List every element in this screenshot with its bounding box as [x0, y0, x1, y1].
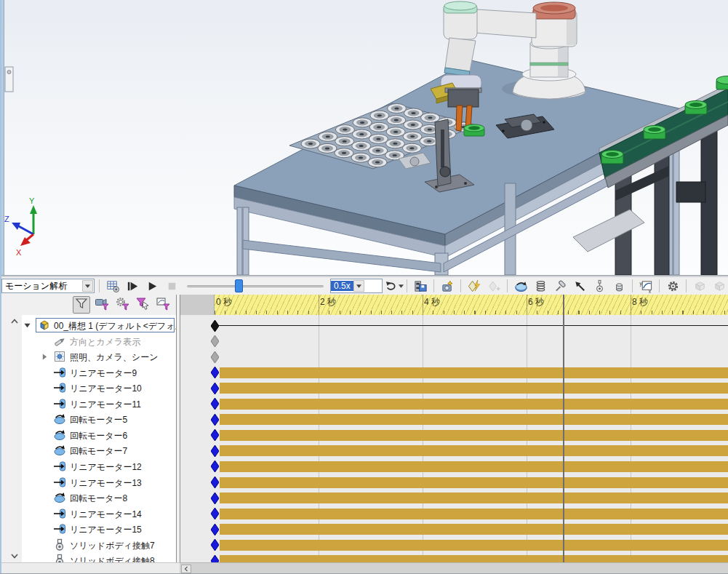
spring-button[interactable] — [532, 278, 549, 294]
contact-tool-icon — [612, 279, 626, 293]
expand-arrow-icon[interactable] — [41, 354, 48, 360]
contact-button[interactable] — [610, 278, 628, 294]
current-time-bar[interactable] — [563, 295, 564, 562]
motor-button[interactable] — [512, 278, 529, 294]
tree-item[interactable]: リニアモーター15 — [0, 522, 176, 537]
tree-item[interactable]: 00_構想 1 (デフォルト<デフォルト_表示 — [0, 318, 176, 333]
force-button[interactable] — [571, 278, 588, 294]
chevron-down-icon[interactable] — [82, 280, 93, 292]
key-diamond-blue[interactable] — [211, 508, 219, 519]
key-diamond-gray[interactable] — [211, 335, 219, 347]
play-button[interactable] — [143, 278, 161, 294]
key-diamond-blue[interactable] — [211, 461, 219, 472]
key-diamond-blue[interactable] — [211, 555, 219, 562]
filter-driving-button[interactable] — [113, 296, 131, 314]
key-diamond-blue[interactable] — [211, 398, 219, 410]
tree-item[interactable]: リニアモーター12 — [0, 459, 176, 474]
auto-key-button[interactable] — [465, 278, 483, 294]
timeline-change-bar[interactable] — [220, 383, 728, 394]
speed-combo[interactable]: 0.5x — [330, 279, 383, 293]
linear-motor-icon — [53, 522, 66, 535]
timeline-change-bar[interactable] — [220, 555, 728, 562]
timeline-change-bar[interactable] — [220, 367, 728, 378]
tree-item[interactable]: 回転モーター5 — [0, 412, 176, 427]
tree-item[interactable]: ソリッドボディ接触8 — [0, 553, 176, 562]
motion-manager-panel: 00_構想 1 (デフォルト<デフォルト_表示方向とカメラ表示照明、カメラ、シー… — [0, 295, 728, 574]
timeline-change-bar[interactable] — [220, 477, 728, 488]
key-diamond-blue[interactable] — [211, 367, 219, 378]
key-diamond-gray[interactable] — [211, 351, 219, 363]
tree-item[interactable]: 回転モーター7 — [0, 443, 176, 458]
scroll-left-button[interactable] — [181, 565, 191, 573]
timeline-body[interactable] — [180, 315, 728, 562]
results-and-plots-button[interactable]: yx — [637, 278, 655, 294]
toolbar-separator — [407, 279, 407, 292]
damper-button[interactable] — [551, 278, 569, 294]
ruler-time-label: 2 秒 — [320, 296, 336, 308]
calculate-button[interactable] — [104, 278, 121, 294]
timeline-ruler[interactable]: 0 秒2 秒4 秒6 秒8 秒 — [180, 295, 728, 315]
key-diamond-blue[interactable] — [211, 383, 219, 394]
results-filter-icon — [156, 296, 170, 314]
tree-item-label: リニアモーター12 — [70, 461, 142, 474]
filter-no-filter-button[interactable] — [73, 296, 90, 314]
tree-item-label: リニアモーター15 — [70, 524, 142, 536]
timeline-change-bar[interactable] — [220, 540, 728, 551]
gravity-button[interactable] — [591, 278, 608, 294]
animation-wizard-button[interactable] — [439, 278, 456, 294]
save-animation-button[interactable] — [412, 278, 429, 294]
tree-scroll-up-icon[interactable] — [9, 319, 20, 326]
filter-results-button[interactable] — [154, 296, 172, 314]
tree-item[interactable]: リニアモーター9 — [0, 365, 176, 380]
timeline-change-bar[interactable] — [220, 445, 728, 456]
tree-item[interactable]: リニアモーター14 — [0, 506, 176, 522]
tree-item[interactable]: リニアモーター11 — [0, 396, 176, 412]
timeline-change-bar[interactable] — [220, 524, 728, 535]
tree-item[interactable]: 回転モーター6 — [0, 428, 176, 443]
timeline-change-bar[interactable] — [220, 461, 728, 472]
simulation-import-button — [711, 278, 728, 294]
timeline-change-bar[interactable] — [220, 399, 728, 410]
timeline-change-bar[interactable] — [220, 509, 728, 519]
key-diamond-blue[interactable] — [211, 429, 219, 441]
tree-item-label: 00_構想 1 (デフォルト<デフォルト_表示 — [54, 320, 176, 332]
slider-thumb[interactable] — [235, 279, 243, 292]
key-diamond-blue[interactable] — [211, 445, 219, 457]
timeline-horizontal-scrollbar[interactable] — [180, 562, 728, 574]
collapse-arrow-icon[interactable] — [24, 322, 31, 329]
tree-item[interactable]: リニアモーター13 — [0, 475, 176, 490]
chevron-down-icon — [399, 284, 404, 288]
timeline-change-bar[interactable] — [220, 414, 728, 425]
tree-item-label: 回転モーター6 — [70, 430, 127, 442]
timeline-change-bar[interactable] — [220, 430, 728, 441]
chevron-down-icon[interactable] — [353, 280, 364, 292]
collapsed-panel-tab[interactable] — [5, 67, 13, 92]
3d-viewport[interactable]: Y Z X — [0, 0, 728, 275]
toolbar-separator — [632, 279, 633, 292]
tree-item[interactable]: リニアモーター10 — [0, 380, 176, 396]
filter-selected-button[interactable] — [134, 296, 151, 314]
playback-mode-button[interactable] — [385, 278, 402, 294]
timeline-change-bar[interactable] — [220, 493, 728, 503]
study-type-combo[interactable]: モーション解析 — [1, 279, 95, 293]
tree-item[interactable]: 回転モーター8 — [0, 490, 176, 506]
lighting-icon — [53, 350, 66, 363]
tree-scroll-down-icon[interactable] — [9, 554, 20, 561]
motion-study-properties-button[interactable] — [664, 278, 681, 294]
playback-slider[interactable] — [185, 278, 325, 294]
sim-part-icon — [713, 279, 727, 293]
tree-item[interactable]: 照明、カメラ、シーン — [0, 349, 176, 364]
tree-item[interactable]: 方向とカメラ表示 — [0, 334, 176, 349]
key-diamond-blue[interactable] — [211, 414, 219, 426]
key-diamond-blue[interactable] — [211, 477, 219, 488]
rotary-motor-icon — [53, 412, 66, 426]
key-diamond-blue[interactable] — [211, 493, 219, 504]
key-diamond-black[interactable] — [211, 320, 219, 332]
filter-animated-button[interactable] — [93, 296, 111, 314]
ruler-time-label: 8 秒 — [632, 296, 648, 308]
held-green-ring — [464, 124, 484, 136]
key-diamond-blue[interactable] — [211, 539, 219, 551]
play-from-start-button[interactable] — [124, 278, 141, 294]
key-diamond-blue[interactable] — [211, 524, 219, 535]
tree-item[interactable]: ソリッドボディ接触7 — [0, 538, 176, 553]
